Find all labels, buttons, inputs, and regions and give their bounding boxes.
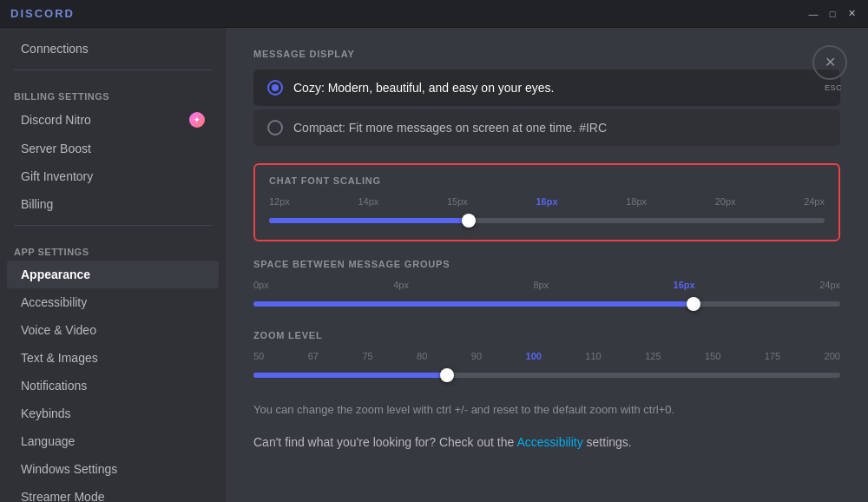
sidebar-item-appearance[interactable]: Appearance	[7, 261, 219, 288]
sidebar-item-text-images[interactable]: Text & Images	[7, 344, 219, 372]
sidebar-item-server-boost[interactable]: Server Boost	[7, 135, 219, 162]
minimize-button[interactable]: —	[807, 8, 819, 20]
maximize-button[interactable]: □	[826, 8, 838, 20]
zoom-level-title: ZOOM LEVEL	[253, 330, 840, 340]
space-between-thumb[interactable]	[687, 297, 700, 311]
message-option-cozy[interactable]: Cozy: Modern, beautiful, and easy on you…	[253, 69, 840, 106]
find-text-prefix: Can't find what you're looking for? Chec…	[253, 435, 516, 449]
zoom-label-100: 100	[526, 351, 542, 361]
sidebar-item-accessibility[interactable]: Accessibility	[7, 288, 219, 316]
chat-font-scaling-title: CHAT FONT SCALING	[269, 175, 825, 186]
space-label-24px: 24px	[819, 280, 840, 290]
zoom-label-50: 50	[253, 351, 264, 361]
message-option-compact[interactable]: Compact: Fit more messages on screen at …	[253, 109, 840, 146]
message-display-section: MESSAGE DISPLAY Cozy: Modern, beautiful,…	[253, 49, 840, 146]
zoom-hint: You can change the zoom level with ctrl …	[253, 401, 840, 419]
sidebar-item-gift-inventory[interactable]: Gift Inventory	[7, 162, 219, 190]
nitro-icon: ✦	[189, 112, 205, 128]
font-label-16px: 16px	[536, 196, 557, 207]
space-label-16px: 16px	[674, 280, 695, 290]
sidebar-item-keybinds[interactable]: Keybinds	[7, 400, 219, 427]
sidebar: Connections Billing Settings Discord Nit…	[0, 28, 226, 502]
font-label-15px: 15px	[447, 196, 468, 207]
billing-section-header: Billing Settings	[0, 77, 226, 105]
find-text-suffix: settings.	[583, 435, 632, 449]
sidebar-item-connections[interactable]: Connections	[7, 35, 219, 63]
sidebar-item-notifications[interactable]: Notifications	[7, 372, 219, 400]
accessibility-link[interactable]: Accessibility	[516, 435, 582, 449]
titlebar: DISCORD — □ ✕	[0, 0, 868, 28]
window-controls: — □ ✕	[807, 8, 858, 20]
zoom-level-track	[253, 373, 840, 378]
font-scaling-track	[269, 218, 825, 223]
chat-font-scaling-slider[interactable]	[269, 212, 825, 229]
message-display-title: MESSAGE DISPLAY	[253, 49, 840, 59]
font-label-24px: 24px	[804, 196, 825, 207]
sidebar-divider-1	[14, 69, 212, 70]
font-label-20px: 20px	[715, 196, 736, 207]
sidebar-item-windows-settings[interactable]: Windows Settings	[7, 455, 219, 483]
zoom-label-200: 200	[825, 351, 840, 361]
font-label-18px: 18px	[626, 196, 647, 207]
sidebar-item-language[interactable]: Language	[7, 427, 219, 455]
zoom-label-175: 175	[765, 351, 780, 361]
sidebar-item-voice-video[interactable]: Voice & Video	[7, 316, 219, 344]
compact-label: Compact: Fit more messages on screen at …	[293, 121, 607, 135]
font-scaling-thumb[interactable]	[462, 214, 476, 228]
sidebar-item-billing[interactable]: Billing	[7, 190, 219, 218]
zoom-label-90: 90	[471, 351, 482, 361]
find-text: Can't find what you're looking for? Chec…	[253, 433, 840, 452]
space-between-slider[interactable]	[253, 295, 840, 313]
space-label-0px: 0px	[253, 280, 269, 290]
space-between-labels: 0px 4px 8px 16px 24px	[253, 280, 840, 290]
zoom-label-110: 110	[585, 351, 601, 361]
zoom-level-slider[interactable]	[253, 367, 840, 384]
space-between-fill	[253, 301, 694, 307]
close-icon: ✕	[825, 56, 836, 69]
space-label-8px: 8px	[533, 280, 549, 290]
radio-compact	[267, 120, 283, 135]
font-scaling-fill	[269, 218, 469, 223]
chat-font-scaling-labels: 12px 14px 15px 16px 18px 20px 24px	[269, 196, 825, 207]
zoom-level-section: ZOOM LEVEL 50 67 75 80 90 100 110 125 15…	[253, 330, 840, 384]
app-section-header: App Settings	[0, 233, 226, 261]
sidebar-divider-2	[14, 225, 212, 226]
sidebar-item-streamer-mode[interactable]: Streamer Mode	[7, 483, 219, 502]
space-between-section: SPACE BETWEEN MESSAGE GROUPS 0px 4px 8px…	[253, 259, 840, 313]
app-body: Connections Billing Settings Discord Nit…	[0, 28, 868, 502]
close-button[interactable]: ✕	[845, 8, 858, 20]
cozy-label: Cozy: Modern, beautiful, and easy on you…	[293, 81, 554, 95]
space-between-title: SPACE BETWEEN MESSAGE GROUPS	[253, 259, 840, 269]
chat-font-scaling-section: CHAT FONT SCALING 12px 14px 15px 16px 18…	[253, 163, 840, 241]
zoom-label-75: 75	[362, 351, 372, 361]
main-content: ✕ ESC MESSAGE DISPLAY Cozy: Modern, beau…	[226, 28, 868, 502]
zoom-label-67: 67	[308, 351, 319, 361]
zoom-level-labels: 50 67 75 80 90 100 110 125 150 175 200	[253, 351, 840, 361]
esc-button[interactable]: ✕	[812, 45, 847, 80]
font-label-14px: 14px	[358, 196, 378, 207]
zoom-label-125: 125	[645, 351, 661, 361]
radio-cozy	[267, 80, 283, 96]
space-label-4px: 4px	[393, 280, 409, 290]
sidebar-item-discord-nitro[interactable]: Discord Nitro ✦	[7, 105, 219, 135]
space-between-track	[253, 301, 840, 307]
zoom-label-80: 80	[417, 351, 427, 361]
font-label-12px: 12px	[269, 196, 290, 207]
zoom-label-150: 150	[705, 351, 720, 361]
radio-inner-cozy	[272, 84, 279, 91]
zoom-level-fill	[253, 373, 447, 378]
app-logo: DISCORD	[10, 7, 75, 20]
zoom-level-thumb[interactable]	[440, 368, 454, 382]
esc-label: ESC	[825, 83, 842, 92]
